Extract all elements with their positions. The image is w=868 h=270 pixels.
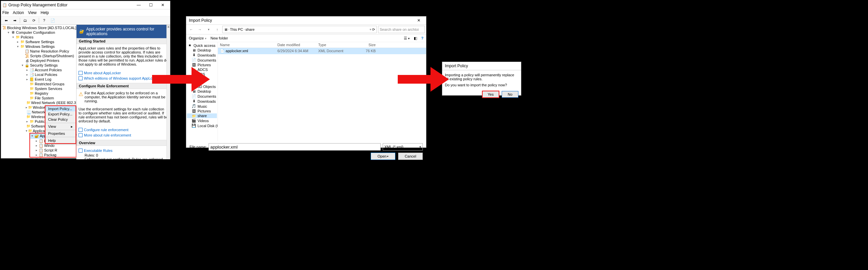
tree-root[interactable]: Blocking Windows Store [AD.STD.LOCAL] Po…: [2, 25, 76, 30]
forward-button[interactable]: ➡: [11, 17, 19, 24]
col-size[interactable]: Size: [353, 42, 378, 48]
ctx-clear-policy[interactable]: Clear Policy: [45, 117, 75, 122]
tree-script-rules[interactable]: ▸📋Script R: [34, 148, 76, 153]
tree-computer-config[interactable]: ▾Computer Configuration: [6, 30, 76, 35]
scroll-up-icon[interactable]: ▴: [167, 25, 170, 28]
expand-icon[interactable]: ▸: [17, 39, 20, 44]
organize-dropdown[interactable]: Organize ▾: [189, 36, 207, 40]
nav-pane[interactable]: ★Quick access 🖥Desktop ⬇Downloads 📄Docum…: [186, 42, 218, 141]
tree-account-policies[interactable]: ▸📑Account Policies: [25, 68, 76, 72]
properties-icon[interactable]: 📄: [49, 17, 57, 24]
no-button[interactable]: No: [502, 91, 518, 98]
nav-music[interactable]: 🎵Music: [187, 104, 217, 109]
tree-scripts[interactable]: 📜Scripts (Startup/Shutdown): [21, 54, 76, 58]
tree-registry[interactable]: Registry: [25, 91, 76, 96]
nav-quick-access[interactable]: ★Quick access: [187, 43, 217, 48]
refresh-icon[interactable]: ⟳: [372, 27, 375, 32]
tree-security-settings[interactable]: ▾🔒Security Settings: [21, 63, 76, 68]
file-row-applocker[interactable]: 📄 applocker.xml 6/29/2024 6:34 AM XML Do…: [218, 48, 426, 54]
nav-downloads[interactable]: ⬇Downloads: [187, 53, 217, 58]
col-name[interactable]: Name: [218, 42, 275, 48]
filename-input[interactable]: [209, 143, 381, 151]
scrollbar[interactable]: ▴: [166, 25, 170, 159]
history-dropdown[interactable]: ▾: [205, 26, 212, 33]
expand-icon[interactable]: ▸: [35, 148, 38, 153]
collapse-icon[interactable]: ▾: [26, 129, 27, 133]
expand-icon[interactable]: ▸: [35, 138, 38, 143]
maximize-button[interactable]: ☐: [145, 2, 157, 8]
tree-win-rules[interactable]: ▸📋Windo: [34, 143, 76, 148]
expand-icon[interactable]: ▸: [35, 153, 38, 157]
ctx-export-policy[interactable]: Export Policy...: [45, 111, 75, 117]
tree-ipsec[interactable]: ▸🛡IP Security Po: [25, 157, 76, 159]
help-icon[interactable]: ?: [40, 17, 48, 24]
up-button[interactable]: 🗂: [21, 17, 29, 24]
ctx-import-policy[interactable]: Import Policy...: [45, 106, 75, 111]
expand-icon[interactable]: ▸: [26, 68, 29, 72]
nav-desktop[interactable]: 🖥Desktop: [187, 48, 217, 53]
tree-software-settings[interactable]: ▸Software Settings: [16, 39, 76, 44]
ctx-properties[interactable]: Properties: [45, 131, 75, 136]
new-folder-button[interactable]: New folder: [211, 36, 228, 40]
menu-view[interactable]: View: [28, 10, 37, 15]
back-button[interactable]: ⬅: [2, 17, 10, 24]
tree-restricted-groups[interactable]: Restricted Groups: [25, 82, 76, 86]
nav-pictures-2[interactable]: 🖼Pictures: [187, 109, 217, 113]
breadcrumb-item[interactable]: This PC: [230, 27, 243, 31]
tree-local-policies[interactable]: ▸📑Local Policies: [25, 72, 76, 77]
collapse-icon[interactable]: ▾: [31, 134, 34, 138]
expand-icon[interactable]: ▸: [26, 105, 27, 110]
yes-button[interactable]: Yes: [482, 91, 499, 98]
expand-icon[interactable]: ▸: [26, 157, 29, 159]
menu-help[interactable]: Help: [41, 10, 49, 15]
tree-pkg-rules[interactable]: ▸📋Packag: [34, 153, 76, 157]
tree-windows-settings[interactable]: ▾Windows Settings: [16, 44, 76, 49]
tree-deployed-printers[interactable]: 🖨Deployed Printers: [21, 58, 76, 63]
expand-icon[interactable]: ▸: [26, 119, 29, 124]
tree-name-resolution[interactable]: 📋Name Resolution Policy: [21, 49, 76, 54]
menu-action[interactable]: Action: [13, 10, 24, 15]
tree-system-services[interactable]: System Services: [25, 86, 76, 91]
menu-file[interactable]: File: [2, 10, 9, 15]
nav-local-disk[interactable]: 💾Local Disk (C:): [187, 123, 217, 128]
breadcrumb[interactable]: 🖥 › This PC › share ▾ ⟳: [222, 26, 377, 33]
up-button[interactable]: ↑: [214, 26, 221, 33]
minimize-button[interactable]: —: [133, 2, 145, 8]
dropdown-icon[interactable]: ▾: [370, 28, 371, 31]
link-executable-rules[interactable]: Executable Rules: [79, 148, 168, 153]
tree-policies[interactable]: ▾Policies: [11, 35, 76, 39]
col-date[interactable]: Date modified: [275, 42, 316, 48]
expand-icon[interactable]: ▸: [26, 72, 29, 77]
tree-event-log[interactable]: ▸📒Event Log: [25, 77, 76, 82]
nav-share[interactable]: share: [187, 113, 217, 118]
expand-icon[interactable]: ▸: [26, 77, 29, 82]
collapse-icon[interactable]: ▾: [17, 44, 20, 49]
ctx-view[interactable]: View▸: [45, 124, 75, 129]
collapse-icon[interactable]: ▾: [7, 30, 10, 35]
link-more-enforcement[interactable]: More about rule enforcement: [79, 133, 168, 138]
nav-downloads-2[interactable]: ⬇Downloads: [187, 99, 217, 104]
filetype-dropdown[interactable]: XML (*.xml)▾: [383, 143, 423, 151]
link-configure-enforcement[interactable]: Configure rule enforcement: [79, 127, 168, 133]
close-button[interactable]: ✕: [413, 17, 425, 24]
refresh-button[interactable]: ⟳: [30, 17, 37, 24]
tree-file-system[interactable]: File System: [25, 96, 76, 100]
collapse-icon[interactable]: ▾: [12, 35, 15, 39]
cancel-button[interactable]: Cancel: [398, 153, 423, 160]
expand-icon[interactable]: ▸: [35, 143, 38, 148]
close-button[interactable]: ✕: [157, 2, 169, 8]
tree-wired-network[interactable]: Wired Network (IEEE 802.3) Policies: [25, 100, 76, 105]
collapse-icon[interactable]: ▾: [21, 63, 24, 68]
nav-videos[interactable]: 🎬Videos: [187, 118, 217, 123]
col-type[interactable]: Type: [316, 42, 353, 48]
ctx-help[interactable]: Help: [45, 138, 75, 143]
breadcrumb-item[interactable]: share: [245, 27, 255, 31]
nav-documents[interactable]: 📄Documents: [187, 58, 217, 62]
open-button[interactable]: Open ▾: [371, 153, 395, 160]
preview-pane-button[interactable]: ◧: [414, 36, 417, 40]
forward-button[interactable]: →: [196, 26, 204, 33]
view-dropdown[interactable]: ☰ ▾: [404, 36, 410, 40]
help-icon[interactable]: ?: [421, 36, 424, 40]
file-list[interactable]: Name Date modified Type Size 📄 applocker…: [218, 42, 426, 141]
back-button[interactable]: ←: [187, 26, 195, 33]
